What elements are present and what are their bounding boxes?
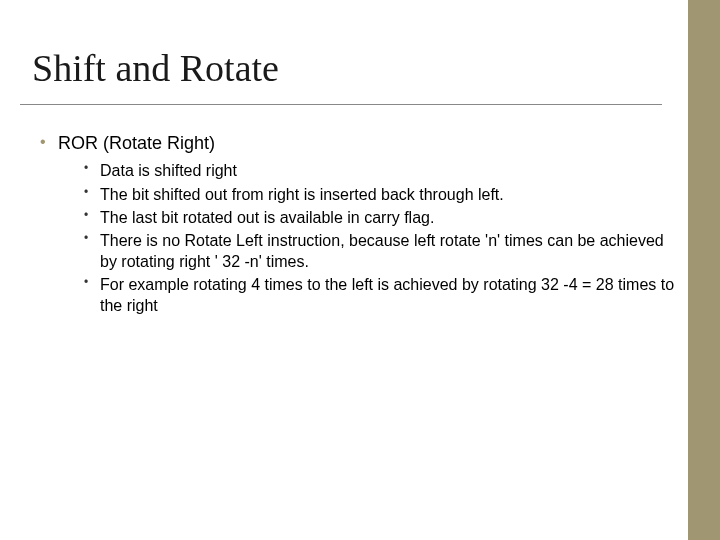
slide: Shift and Rotate ROR (Rotate Right) Data… [0,0,720,540]
list-item: The last bit rotated out is available in… [84,208,676,228]
title-underline [20,104,662,105]
list-item: Data is shifted right [84,161,676,181]
bullet-text: There is no Rotate Left instruction, bec… [100,232,664,269]
list-item: There is no Rotate Left instruction, bec… [84,231,676,272]
level1-label: ROR (Rotate Right) [58,133,215,153]
bullet-list-level1: ROR (Rotate Right) Data is shifted right… [38,132,676,316]
list-item: ROR (Rotate Right) Data is shifted right… [38,132,676,316]
bullet-text: Data is shifted right [100,162,237,179]
slide-title: Shift and Rotate [32,46,279,90]
list-item: The bit shifted out from right is insert… [84,185,676,205]
bullet-text: The last bit rotated out is available in… [100,209,434,226]
bullet-text: For example rotating 4 times to the left… [100,276,674,313]
slide-content: ROR (Rotate Right) Data is shifted right… [38,132,676,322]
accent-bar [688,0,720,540]
list-item: For example rotating 4 times to the left… [84,275,676,316]
bullet-text: The bit shifted out from right is insert… [100,186,504,203]
bullet-list-level2: Data is shifted right The bit shifted ou… [58,161,676,316]
